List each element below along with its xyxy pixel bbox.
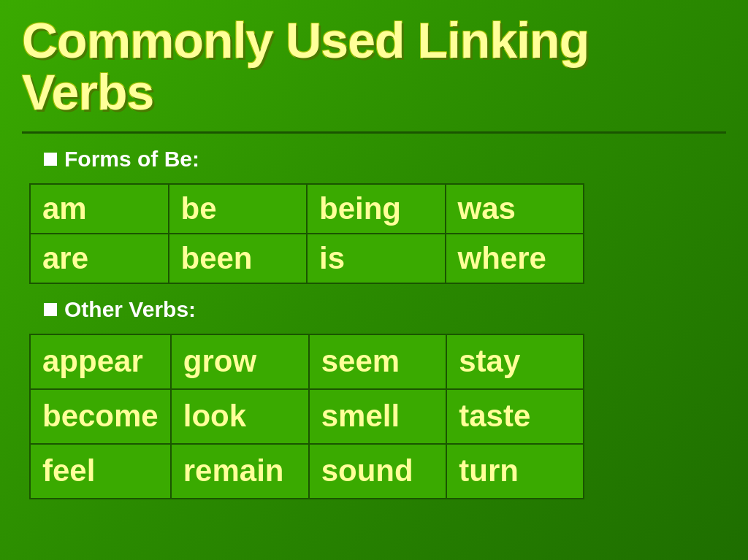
- table-cell: stay: [446, 334, 584, 389]
- table-cell: smell: [309, 389, 447, 444]
- table-cell: was: [446, 184, 584, 234]
- table-cell: been: [169, 234, 308, 283]
- table-cell: am: [30, 184, 169, 234]
- table-cell: sound: [309, 444, 447, 499]
- table-cell: being: [307, 184, 446, 234]
- bullet-square-1: [44, 153, 57, 166]
- table-row: become look smell taste: [30, 389, 584, 444]
- table-row: are been is where: [30, 234, 584, 283]
- bullet-square-2: [44, 303, 57, 316]
- forms-of-be-table: am be being was are been is where: [29, 183, 584, 284]
- page-container: Commonly Used Linking Verbs Forms of Be:…: [0, 0, 748, 560]
- table-cell: appear: [30, 334, 171, 389]
- page-title: Commonly Used Linking Verbs: [22, 15, 726, 119]
- table-cell: is: [307, 234, 446, 283]
- table-cell: where: [446, 234, 584, 283]
- table-cell: seem: [309, 334, 447, 389]
- table-row: appear grow seem stay: [30, 334, 584, 389]
- other-verbs-label: Other Verbs:: [44, 297, 726, 322]
- table-cell: taste: [446, 389, 584, 444]
- table-cell: grow: [171, 334, 309, 389]
- forms-of-be-label: Forms of Be:: [44, 147, 726, 172]
- table-cell: remain: [171, 444, 309, 499]
- table-cell: look: [171, 389, 309, 444]
- title-divider: [22, 131, 726, 134]
- table-cell: be: [169, 184, 308, 234]
- table-cell: become: [30, 389, 171, 444]
- table-cell: are: [30, 234, 169, 283]
- table-cell: feel: [30, 444, 171, 499]
- other-verbs-table: appear grow seem stay become look smell …: [29, 334, 584, 499]
- table-cell: turn: [446, 444, 584, 499]
- table-row: feel remain sound turn: [30, 444, 584, 499]
- table-row: am be being was: [30, 184, 584, 234]
